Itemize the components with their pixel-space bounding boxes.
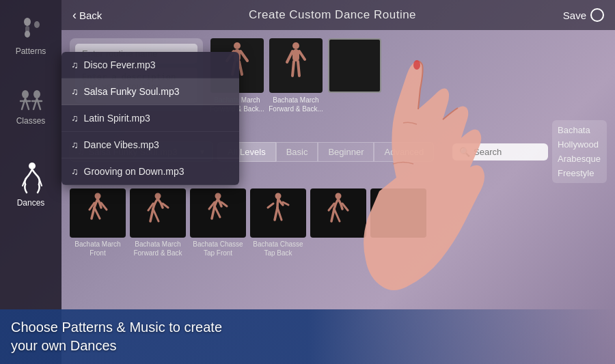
music-item-label-0: Disco Fever.mp3 (84, 59, 156, 70)
music-item-label-2: Latin Spirit.mp3 (84, 113, 150, 124)
music-item-1[interactable]: ♫ Salsa Funky Soul.mp3 (62, 79, 239, 105)
back-button[interactable]: ‹ Back (72, 9, 102, 21)
grid-thumb-img-5 (370, 188, 426, 238)
back-label: Back (79, 10, 102, 21)
search-box: 🔍 (452, 143, 548, 160)
category-arabesque[interactable]: Arabesque (558, 152, 601, 166)
tab-beginner[interactable]: Beginner (318, 142, 374, 162)
topbar: ‹ Back Create Custom Dance Routine Save (62, 0, 615, 30)
tab-advanced[interactable]: Advanced (374, 142, 434, 162)
sidebar-item-dances[interactable]: Dances (0, 154, 62, 216)
svg-rect-2 (25, 26, 29, 34)
top-thumb-img-2 (269, 38, 323, 93)
grid-thumb-img-1 (130, 188, 186, 238)
save-circle-icon (590, 8, 604, 22)
music-item-4[interactable]: ♫ Grooving on Down.mp3 (62, 158, 239, 185)
grid-thumb-5[interactable] (370, 188, 426, 364)
music-note-icon-0: ♫ (71, 59, 79, 70)
svg-point-4 (22, 90, 29, 98)
sidebar: Patterns Classes Dances (0, 0, 62, 364)
svg-line-6 (25, 98, 29, 109)
music-dropdown-menu: ♫ Disco Fever.mp3 ♫ Salsa Funky Soul.mp3… (62, 52, 239, 185)
music-item-3[interactable]: ♫ Dance Vibes.mp3 (62, 132, 239, 158)
grid-thumb-label-2: Bachata Chasse Tap Front (190, 240, 246, 257)
music-note-icon-4: ♫ (71, 166, 79, 177)
tab-basic[interactable]: Basic (276, 142, 318, 162)
top-dance-thumbnails: Bachata March Forward & Back... Bachata … (210, 38, 607, 113)
top-thumb-3[interactable] (327, 38, 382, 113)
svg-line-9 (33, 98, 37, 109)
save-button[interactable]: Save (563, 8, 604, 22)
svg-point-0 (24, 18, 31, 26)
sidebar-item-patterns[interactable]: Patterns (0, 7, 62, 64)
grid-thumb-1[interactable]: Bachata March Forward & Back (130, 188, 186, 364)
left-controls: ♫ Salsa Funky Soul.mp3 ▼ ♫ Disco Fever.m… (70, 141, 213, 162)
category-bachata[interactable]: Bachata (558, 123, 601, 137)
svg-point-13 (234, 42, 241, 49)
level-tabs: All Levels Basic Beginner Advanced (217, 142, 448, 162)
page-title: Create Custom Dance Routine (102, 8, 562, 22)
grid-thumb-img-2 (190, 188, 246, 238)
music-note-icon-2: ♫ (71, 113, 79, 124)
back-chevron-icon: ‹ (72, 9, 77, 21)
grid-thumb-0[interactable]: Bachata March Front (70, 188, 126, 364)
music-item-label-4: Grooving on Down.mp3 (84, 166, 184, 177)
grid-thumb-3[interactable]: Bachata Chasse Tap Back (250, 188, 306, 364)
sidebar-dances-label: Dances (17, 198, 45, 208)
music-note-icon-3: ♫ (71, 139, 79, 150)
grid-thumb-label-3: Bachata Chasse Tap Back (250, 240, 306, 257)
search-icon: 🔍 (459, 147, 470, 157)
svg-point-3 (34, 21, 40, 28)
category-hollywood[interactable]: Hollywood (558, 137, 601, 152)
sidebar-patterns-label: Patterns (16, 46, 46, 56)
top-thumb-label-2: Bachata March Forward & Back... (269, 96, 323, 113)
category-freestyle[interactable]: Freestyle (558, 166, 601, 180)
grid-thumb-img-0 (70, 188, 126, 238)
category-list: Bachata Hollywood Arabesque Freestyle (552, 120, 607, 183)
music-item-2[interactable]: ♫ Latin Spirit.mp3 (62, 105, 239, 132)
music-item-label-3: Dance Vibes.mp3 (84, 139, 159, 150)
grid-thumb-2[interactable]: Bachata Chasse Tap Front (190, 188, 246, 364)
grid-thumb-4[interactable] (310, 188, 366, 364)
svg-line-5 (22, 98, 25, 109)
svg-point-8 (33, 90, 40, 98)
top-thumb-img-3 (328, 38, 381, 93)
sidebar-classes-label: Classes (16, 116, 46, 126)
music-item-label-1: Salsa Funky Soul.mp3 (84, 86, 180, 97)
controls-row: ♫ Salsa Funky Soul.mp3 ▼ ♫ Disco Fever.m… (70, 120, 607, 183)
svg-point-12 (29, 163, 36, 169)
svg-line-10 (37, 98, 40, 109)
bottom-grid: Bachata March Front Bachata March Forwar… (70, 188, 607, 364)
grid-thumb-label-1: Bachata March Forward & Back (130, 240, 186, 257)
grid-thumb-label-0: Bachata March Front (70, 240, 126, 257)
grid-thumb-img-4 (310, 188, 366, 238)
main-content: Bachata March Forward & Back... Bachata … (62, 30, 615, 364)
sidebar-item-classes[interactable]: Classes (0, 78, 62, 134)
svg-point-15 (292, 42, 299, 49)
music-item-0[interactable]: ♫ Disco Fever.mp3 (62, 52, 239, 79)
top-thumb-2[interactable]: Bachata March Forward & Back... (269, 38, 323, 113)
music-note-icon-1: ♫ (71, 86, 79, 97)
grid-thumb-img-3 (250, 188, 306, 238)
search-input[interactable] (474, 147, 541, 157)
save-label: Save (563, 10, 586, 21)
